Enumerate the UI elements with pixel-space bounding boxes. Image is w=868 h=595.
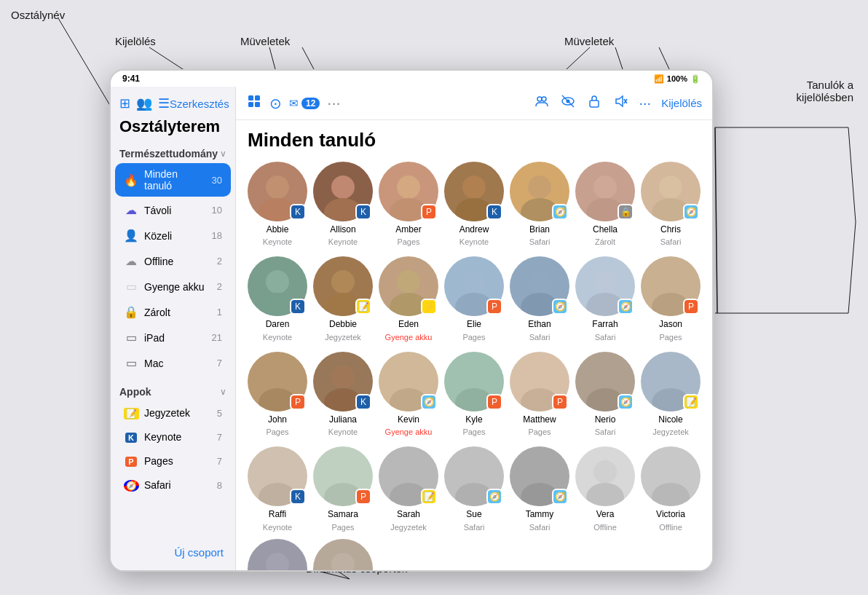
mail-badge[interactable]: ✉ 12 (289, 97, 320, 110)
group-icon[interactable] (534, 93, 550, 113)
student-card-farrah[interactable]: 🧭 Farrah Safari (575, 256, 635, 341)
compass-icon[interactable]: ⊙ (269, 95, 282, 112)
student-card-debbie[interactable]: 📝 Debbie Jegyzetek (313, 256, 373, 341)
sidebar-item-kozeli[interactable]: 👤 Közeli 18 (115, 224, 231, 248)
student-card-vera[interactable]: Vera Offline (575, 446, 635, 531)
student-card-sue[interactable]: 🧭 Sue Safari (444, 446, 504, 531)
toolbar-dots: ··· (327, 94, 340, 113)
student-card-raffi[interactable]: K Raffi Keynote (248, 446, 307, 531)
student-card-jason[interactable]: P Jason Pages (641, 256, 701, 341)
app-eden: Gyenge akku (385, 333, 433, 342)
sidebar-icon-list[interactable]: ☰ (158, 95, 170, 111)
student-card-amber[interactable]: P Amber Pages (379, 162, 438, 246)
avatar-wrap-vera (575, 446, 635, 506)
sidebar-icon-people[interactable]: 👥 (136, 95, 152, 111)
sidebar-item-mac[interactable]: ▭ Mac 7 (115, 351, 231, 375)
student-card-nerio[interactable]: 🧭 Nerio Safari (575, 352, 635, 436)
badge-nerio: 🧭 (618, 394, 634, 410)
svg-point-47 (462, 270, 486, 293)
sidebar-item-keynote[interactable]: K Keynote 7 (115, 425, 231, 449)
student-card-elie[interactable]: P Elie Pages (444, 256, 504, 341)
badge-john: P (290, 394, 306, 410)
badge-brian: 🧭 (552, 204, 568, 220)
student-card-juliana[interactable]: K Juliana Keynote (313, 352, 373, 436)
student-card-chella[interactable]: 🔒 Chella Zárolt (575, 162, 635, 246)
student-card-abbie[interactable]: K Abbie Keynote (248, 162, 307, 246)
sidebar-item-offline[interactable]: ☁ Offline 2 (115, 249, 231, 273)
avatar-wrap-chris: 🧭 (641, 162, 701, 221)
wifi-icon: 📶 (654, 74, 664, 84)
svg-point-19 (542, 97, 546, 101)
sidebar-title: Osztályterem (111, 117, 235, 143)
select-button[interactable]: Kijelölés (661, 97, 702, 109)
safari-label: Safari (144, 479, 211, 491)
jegyzetek-label: Jegyzetek (144, 407, 211, 419)
lock-icon[interactable] (586, 93, 602, 113)
app-ethan: Safari (529, 333, 551, 342)
annotation-kijeloles1: Kijelölés (115, 35, 156, 47)
badge-eden: ⚡ (421, 299, 437, 315)
section-appok[interactable]: Appok ∨ (111, 382, 235, 401)
student-card-victoria[interactable]: Victoria Offline (641, 446, 701, 531)
sidebar-item-minden[interactable]: 🔥 Minden tanuló 30 (115, 163, 231, 197)
student-card-tammy[interactable]: 🧭 Tammy Safari (510, 446, 569, 531)
layers-icon[interactable] (246, 93, 262, 113)
status-right: 📶 100% 🔋 (654, 74, 701, 84)
app-abbie: Keynote (263, 237, 292, 246)
svg-point-43 (331, 270, 355, 293)
avatar-victoria (641, 446, 701, 506)
avatar-wrap-kyle: P (444, 352, 504, 411)
badge-debbie: 📝 (355, 299, 371, 315)
kozeli-icon: 👤 (124, 229, 138, 243)
name-raffi: Raffi (269, 509, 286, 519)
app-victoria: Offline (659, 523, 682, 532)
student-card-partial1[interactable]: K (248, 539, 307, 570)
student-card-eden[interactable]: ⚡ Eden Gyenge akku (379, 256, 438, 341)
student-card-andrew[interactable]: K Andrew Keynote (444, 162, 504, 246)
svg-point-29 (331, 176, 355, 199)
sidebar-item-jegyzetek[interactable]: 📝 Jegyzetek 5 (115, 401, 231, 425)
student-card-daren[interactable]: K Daren Keynote (248, 256, 307, 341)
svg-point-77 (528, 460, 551, 484)
badge-chella: 🔒 (618, 204, 634, 220)
student-card-chris[interactable]: 🧭 Chris Safari (641, 162, 701, 246)
student-card-kevin[interactable]: 🧭 Kevin Gyenge akku (379, 352, 438, 436)
student-card-sarah[interactable]: 📝 Sarah Jegyzetek (379, 446, 438, 531)
badge-tammy: 🧭 (552, 489, 568, 505)
student-card-matthew[interactable]: P Matthew Pages (510, 352, 569, 436)
svg-point-65 (593, 366, 617, 389)
sidebar-item-tavoli[interactable]: ☁ Távoli 10 (115, 198, 231, 222)
sidebar-item-zarolt[interactable]: 🔒 Zárolt 1 (115, 300, 231, 324)
sidebar-item-ipad[interactable]: ▭ iPad 21 (115, 326, 231, 350)
sidebar-item-gyenge[interactable]: ▭ Gyenge akku 2 (115, 275, 231, 299)
sidebar-edit-button[interactable]: Szerkesztés (170, 98, 229, 110)
student-card-john[interactable]: P John Pages (248, 352, 307, 436)
sidebar-item-pages[interactable]: P Pages 7 (115, 449, 231, 473)
sidebar-icons: ⊞ 👥 ☰ (119, 95, 170, 111)
sidebar-item-safari[interactable]: 🧭 Safari 8 (115, 473, 231, 497)
svg-point-85 (331, 553, 355, 570)
student-card-samara[interactable]: P Samara Pages (313, 446, 373, 531)
more-icon[interactable]: ··· (639, 95, 651, 111)
student-card-partial2[interactable]: P (313, 539, 373, 570)
name-farrah: Farrah (592, 319, 618, 329)
section-termeszet[interactable]: Természettudomány ∨ (111, 143, 235, 162)
badge-abbie: K (290, 204, 306, 220)
hide-icon[interactable] (560, 93, 576, 113)
student-card-kyle[interactable]: P Kyle Pages (444, 352, 504, 436)
sidebar-icon-panel[interactable]: ⊞ (119, 95, 130, 111)
badge-chris: 🧭 (683, 204, 699, 220)
jegyzetek-icon: 📝 (124, 406, 138, 419)
toolbar-left: ⊙ ✉ 12 (246, 93, 320, 113)
annotation-muveletek2: Müveletek (564, 35, 614, 47)
student-card-brian[interactable]: 🧭 Brian Safari (510, 162, 569, 246)
mute-icon[interactable] (612, 93, 628, 113)
new-group-button[interactable]: Új csoport (111, 540, 235, 564)
student-card-nicole[interactable]: 📝 Nicole Jegyzetek (641, 352, 701, 436)
kozeli-label: Közeli (144, 230, 206, 242)
name-kevin: Kevin (398, 414, 419, 425)
student-card-allison[interactable]: K Allison Keynote (313, 162, 373, 246)
svg-rect-14 (248, 95, 253, 101)
avatar-wrap-farrah: 🧭 (575, 256, 635, 316)
student-card-ethan[interactable]: 🧭 Ethan Safari (510, 256, 569, 341)
